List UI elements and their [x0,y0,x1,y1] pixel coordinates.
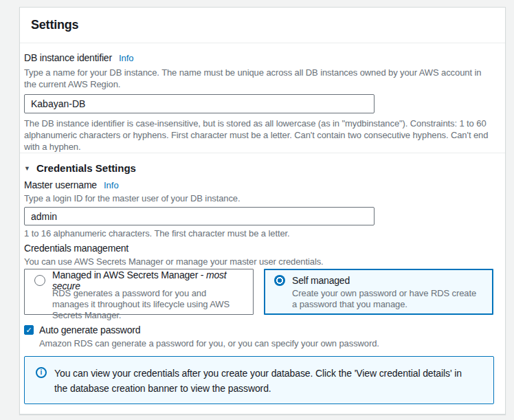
credentials-management-field: Credentials management You can use AWS S… [24,243,324,267]
master-username-input[interactable] [24,207,375,225]
radio-unselected-icon[interactable] [34,275,45,286]
db-identifier-field: DB instance identifier Info Type a name … [24,52,494,153]
db-identifier-label: DB instance identifier [24,52,112,63]
auto-generate-password-label[interactable]: Auto generate password [39,324,140,335]
section-divider [20,153,505,153]
credentials-management-options: Managed in AWS Secrets Manager - most se… [24,269,494,315]
credentials-settings-section-header[interactable]: ▼ Credentials Settings [24,162,136,174]
option-self-managed[interactable]: Self managed Create your own password or… [264,269,493,315]
db-identifier-info-link[interactable]: Info [119,53,134,63]
auto-generate-password-field: ✓ Auto generate password Amazon RDS can … [24,324,379,349]
option-self-managed-description: Create your own password or have RDS cre… [292,288,483,310]
settings-panel: Settings DB instance identifier Info Typ… [19,7,506,415]
master-username-description: Type a login ID for the master user of y… [24,193,375,204]
chevron-down-icon: ▼ [24,165,30,172]
credentials-settings-title: Credentials Settings [36,162,136,174]
master-username-constraint: 1 to 16 alphanumeric characters. The fir… [24,228,375,239]
master-username-field: Master username Info Type a login ID for… [24,179,375,239]
option-secrets-manager[interactable]: Managed in AWS Secrets Manager - most se… [24,269,254,315]
credentials-info-banner: i You can view your credentials after yo… [24,356,494,404]
credentials-management-label: Credentials management [24,243,128,254]
db-identifier-description: Type a name for your DB instance. The na… [24,67,486,90]
radio-selected-icon[interactable] [274,275,285,286]
panel-title: Settings [31,18,494,32]
db-identifier-constraint: The DB instance identifier is case-insen… [24,118,494,153]
db-identifier-input[interactable] [24,94,375,113]
option-self-managed-title: Self managed [292,275,350,286]
option-secrets-manager-description: RDS generates a password for you and man… [52,288,243,321]
credentials-info-banner-text: You can view your credentials after you … [54,366,473,395]
master-username-info-link[interactable]: Info [104,180,119,190]
checkbox-checked-icon[interactable]: ✓ [24,325,34,335]
credentials-management-description: You can use AWS Secrets Manager or manag… [24,256,324,267]
master-username-label: Master username [24,179,97,190]
panel-header: Settings [20,8,505,43]
panel-body: DB instance identifier Info Type a name … [20,44,505,414]
info-icon: i [36,367,47,378]
auto-generate-password-description: Amazon RDS can generate a password for y… [39,338,379,349]
